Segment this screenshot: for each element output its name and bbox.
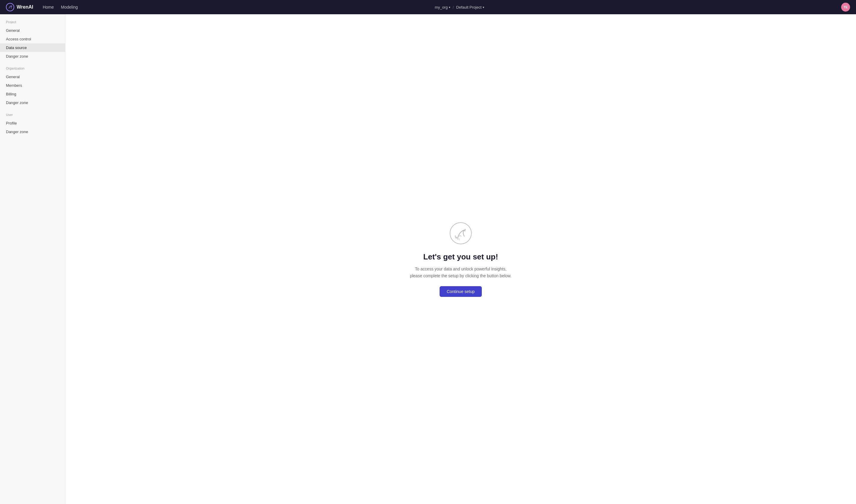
org-selector[interactable]: my_org ▾ (435, 5, 450, 10)
setup-desc-line1: To access your data and unlock powerful … (415, 267, 506, 271)
sidebar-project-section: Project General Access control Data sour… (0, 20, 65, 60)
sidebar-item-members[interactable]: Members (0, 81, 65, 90)
sidebar-item-project-danger-zone[interactable]: Danger zone (0, 52, 65, 60)
sidebar-item-access-control[interactable]: Access control (0, 35, 65, 43)
sidebar-item-org-general[interactable]: General (0, 73, 65, 81)
svg-point-2 (450, 222, 471, 244)
setup-desc-line2: please complete the setup by clicking th… (410, 273, 512, 278)
sidebar-org-title: Organization (0, 67, 65, 73)
continue-setup-button[interactable]: Continue setup (440, 286, 482, 297)
project-chevron-icon: ▾ (483, 6, 484, 9)
sidebar-item-billing[interactable]: Billing (0, 90, 65, 98)
topnav-org-project: my_org ▾ / Default Project ▾ (435, 5, 484, 10)
sidebar-user-title: User (0, 113, 65, 119)
org-chevron-icon: ▾ (449, 6, 450, 9)
logo[interactable]: WrenAI (6, 3, 33, 11)
svg-point-1 (11, 6, 12, 6)
sidebar: Project General Access control Data sour… (0, 14, 65, 504)
project-selector[interactable]: Default Project ▾ (456, 5, 484, 10)
topnav-links: Home Modeling (43, 5, 78, 10)
svg-point-3 (464, 230, 465, 231)
sidebar-item-data-source[interactable]: Data source (0, 43, 65, 52)
setup-card: Let's get you set up! To access your dat… (410, 221, 512, 297)
nav-separator: / (453, 5, 454, 10)
sidebar-item-user-danger-zone[interactable]: Danger zone (0, 127, 65, 136)
user-avatar[interactable]: TE (841, 3, 850, 12)
sidebar-item-project-general[interactable]: General (0, 26, 65, 35)
org-name: my_org (435, 5, 448, 10)
setup-bird-icon (449, 221, 472, 246)
nav-modeling[interactable]: Modeling (61, 5, 78, 10)
logo-icon (6, 3, 14, 11)
avatar-initials: TE (843, 5, 848, 9)
project-name: Default Project (456, 5, 482, 10)
nav-home[interactable]: Home (43, 5, 54, 10)
sidebar-org-section: Organization General Members Billing Dan… (0, 67, 65, 107)
main-content: Let's get you set up! To access your dat… (65, 14, 856, 504)
topnav: WrenAI Home Modeling my_org ▾ / Default … (0, 0, 856, 14)
setup-title: Let's get you set up! (423, 252, 498, 262)
sidebar-user-section: User Profile Danger zone (0, 113, 65, 136)
main-layout: Project General Access control Data sour… (0, 14, 856, 504)
setup-description: To access your data and unlock powerful … (410, 266, 512, 279)
sidebar-project-title: Project (0, 20, 65, 26)
svg-point-0 (6, 3, 14, 11)
sidebar-item-profile[interactable]: Profile (0, 119, 65, 127)
logo-text: WrenAI (17, 4, 33, 10)
sidebar-item-org-danger-zone[interactable]: Danger zone (0, 98, 65, 107)
